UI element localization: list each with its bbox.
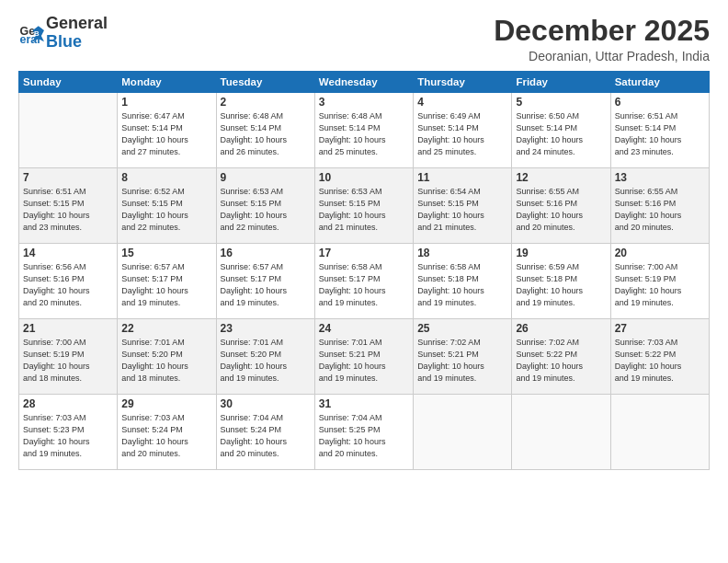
calendar-cell <box>414 395 512 470</box>
calendar-cell: 20Sunrise: 7:00 AM Sunset: 5:19 PM Dayli… <box>610 244 709 319</box>
weekday-header: Saturday <box>610 72 709 93</box>
day-number: 3 <box>319 96 409 109</box>
day-number: 26 <box>516 322 606 335</box>
day-number: 13 <box>615 171 705 184</box>
day-info: Sunrise: 6:51 AM Sunset: 5:15 PM Dayligh… <box>23 186 113 234</box>
day-number: 14 <box>23 247 113 259</box>
day-info: Sunrise: 7:03 AM Sunset: 5:23 PM Dayligh… <box>23 412 113 460</box>
day-info: Sunrise: 6:58 AM Sunset: 5:18 PM Dayligh… <box>417 261 507 309</box>
day-number: 9 <box>221 171 311 184</box>
day-number: 28 <box>23 397 113 410</box>
day-info: Sunrise: 7:00 AM Sunset: 5:19 PM Dayligh… <box>615 261 705 309</box>
day-info: Sunrise: 6:52 AM Sunset: 5:15 PM Dayligh… <box>121 186 211 234</box>
day-number: 20 <box>615 247 705 259</box>
day-number: 18 <box>417 247 507 259</box>
day-info: Sunrise: 6:58 AM Sunset: 5:17 PM Dayligh… <box>319 261 409 309</box>
day-number: 30 <box>221 397 311 410</box>
day-number: 19 <box>516 247 606 259</box>
calendar-week-row: 21Sunrise: 7:00 AM Sunset: 5:19 PM Dayli… <box>19 319 710 395</box>
calendar-cell: 22Sunrise: 7:01 AM Sunset: 5:20 PM Dayli… <box>118 319 216 395</box>
svg-text:B: B <box>34 29 40 38</box>
calendar-cell: 16Sunrise: 6:57 AM Sunset: 5:17 PM Dayli… <box>216 244 314 319</box>
weekday-header: Wednesday <box>314 72 413 93</box>
month-title: December 2025 <box>494 15 710 47</box>
logo: Gen eral B General Blue <box>18 15 108 52</box>
calendar-cell: 30Sunrise: 7:04 AM Sunset: 5:24 PM Dayli… <box>216 395 314 470</box>
day-number: 23 <box>221 322 311 335</box>
calendar-cell: 10Sunrise: 6:53 AM Sunset: 5:15 PM Dayli… <box>314 168 413 244</box>
day-info: Sunrise: 6:53 AM Sunset: 5:15 PM Dayligh… <box>221 186 311 234</box>
day-info: Sunrise: 6:59 AM Sunset: 5:18 PM Dayligh… <box>516 261 606 309</box>
calendar-cell: 23Sunrise: 7:01 AM Sunset: 5:20 PM Dayli… <box>216 319 314 395</box>
day-number: 22 <box>121 322 211 335</box>
calendar-cell: 21Sunrise: 7:00 AM Sunset: 5:19 PM Dayli… <box>19 319 118 395</box>
day-number: 21 <box>23 322 113 335</box>
calendar-cell: 25Sunrise: 7:02 AM Sunset: 5:21 PM Dayli… <box>414 319 512 395</box>
calendar-header-row: SundayMondayTuesdayWednesdayThursdayFrid… <box>19 72 710 93</box>
day-info: Sunrise: 7:04 AM Sunset: 5:24 PM Dayligh… <box>221 412 311 460</box>
calendar-week-row: 28Sunrise: 7:03 AM Sunset: 5:23 PM Dayli… <box>19 395 710 470</box>
day-info: Sunrise: 6:48 AM Sunset: 5:14 PM Dayligh… <box>319 110 409 158</box>
calendar-cell: 29Sunrise: 7:03 AM Sunset: 5:24 PM Dayli… <box>118 395 216 470</box>
day-number: 6 <box>615 96 705 109</box>
day-info: Sunrise: 7:01 AM Sunset: 5:21 PM Dayligh… <box>319 337 409 385</box>
calendar-cell: 14Sunrise: 6:56 AM Sunset: 5:16 PM Dayli… <box>19 244 118 319</box>
day-info: Sunrise: 7:04 AM Sunset: 5:25 PM Dayligh… <box>319 412 409 460</box>
logo-blue: Blue <box>46 32 82 51</box>
location: Deoranian, Uttar Pradesh, India <box>494 49 710 63</box>
day-number: 11 <box>417 171 507 184</box>
page: Gen eral B General Blue December 2025 De… <box>0 0 728 563</box>
day-number: 31 <box>319 397 409 410</box>
title-block: December 2025 Deoranian, Uttar Pradesh, … <box>494 15 710 63</box>
day-info: Sunrise: 6:55 AM Sunset: 5:16 PM Dayligh… <box>516 186 606 234</box>
header: Gen eral B General Blue December 2025 De… <box>18 15 710 63</box>
calendar-cell: 1Sunrise: 6:47 AM Sunset: 5:14 PM Daylig… <box>118 93 216 168</box>
calendar-cell: 31Sunrise: 7:04 AM Sunset: 5:25 PM Dayli… <box>314 395 413 470</box>
day-info: Sunrise: 7:01 AM Sunset: 5:20 PM Dayligh… <box>121 337 211 385</box>
day-number: 17 <box>319 247 409 259</box>
day-number: 25 <box>417 322 507 335</box>
day-number: 16 <box>221 247 311 259</box>
calendar-cell <box>19 93 118 168</box>
day-number: 2 <box>221 96 311 109</box>
weekday-header: Monday <box>118 72 216 93</box>
day-info: Sunrise: 6:57 AM Sunset: 5:17 PM Dayligh… <box>221 261 311 309</box>
calendar-cell: 18Sunrise: 6:58 AM Sunset: 5:18 PM Dayli… <box>414 244 512 319</box>
day-number: 5 <box>516 96 606 109</box>
day-info: Sunrise: 6:57 AM Sunset: 5:17 PM Dayligh… <box>121 261 211 309</box>
day-number: 1 <box>121 96 211 109</box>
weekday-header: Tuesday <box>216 72 314 93</box>
calendar-cell: 4Sunrise: 6:49 AM Sunset: 5:14 PM Daylig… <box>414 93 512 168</box>
day-number: 27 <box>615 322 705 335</box>
calendar-cell: 24Sunrise: 7:01 AM Sunset: 5:21 PM Dayli… <box>314 319 413 395</box>
day-number: 8 <box>121 171 211 184</box>
calendar-week-row: 14Sunrise: 6:56 AM Sunset: 5:16 PM Dayli… <box>19 244 710 319</box>
weekday-header: Thursday <box>414 72 512 93</box>
day-info: Sunrise: 6:47 AM Sunset: 5:14 PM Dayligh… <box>121 110 211 158</box>
day-number: 10 <box>319 171 409 184</box>
logo-text: General Blue <box>46 15 108 52</box>
calendar-cell: 7Sunrise: 6:51 AM Sunset: 5:15 PM Daylig… <box>19 168 118 244</box>
day-info: Sunrise: 6:51 AM Sunset: 5:14 PM Dayligh… <box>615 110 705 158</box>
calendar-cell <box>512 395 610 470</box>
logo-general: General <box>46 14 108 32</box>
day-number: 15 <box>121 247 211 259</box>
calendar-cell <box>610 395 709 470</box>
calendar-cell: 26Sunrise: 7:02 AM Sunset: 5:22 PM Dayli… <box>512 319 610 395</box>
calendar-cell: 11Sunrise: 6:54 AM Sunset: 5:15 PM Dayli… <box>414 168 512 244</box>
calendar-cell: 5Sunrise: 6:50 AM Sunset: 5:14 PM Daylig… <box>512 93 610 168</box>
calendar: SundayMondayTuesdayWednesdayThursdayFrid… <box>18 71 710 470</box>
day-info: Sunrise: 7:03 AM Sunset: 5:24 PM Dayligh… <box>121 412 211 460</box>
weekday-header: Friday <box>512 72 610 93</box>
calendar-cell: 28Sunrise: 7:03 AM Sunset: 5:23 PM Dayli… <box>19 395 118 470</box>
calendar-cell: 13Sunrise: 6:55 AM Sunset: 5:16 PM Dayli… <box>610 168 709 244</box>
weekday-header: Sunday <box>19 72 118 93</box>
calendar-cell: 12Sunrise: 6:55 AM Sunset: 5:16 PM Dayli… <box>512 168 610 244</box>
calendar-cell: 2Sunrise: 6:48 AM Sunset: 5:14 PM Daylig… <box>216 93 314 168</box>
day-number: 7 <box>23 171 113 184</box>
day-number: 12 <box>516 171 606 184</box>
calendar-cell: 19Sunrise: 6:59 AM Sunset: 5:18 PM Dayli… <box>512 244 610 319</box>
day-number: 29 <box>121 397 211 410</box>
day-info: Sunrise: 7:02 AM Sunset: 5:21 PM Dayligh… <box>417 337 507 385</box>
calendar-cell: 8Sunrise: 6:52 AM Sunset: 5:15 PM Daylig… <box>118 168 216 244</box>
